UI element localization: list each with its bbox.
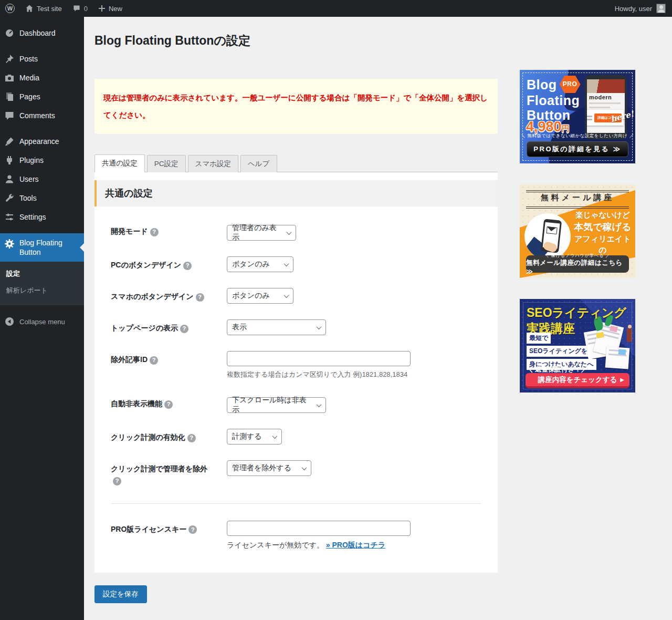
sidebar-item-plugins[interactable]: Plugins <box>0 151 84 170</box>
chevron-down-icon <box>284 261 289 266</box>
comments-icon <box>4 110 15 121</box>
price-amount: 4,980 <box>526 119 562 135</box>
sidebar-item-label: Appearance <box>19 137 59 146</box>
pc-button-design-select[interactable]: ボタンのみ <box>227 256 293 272</box>
select-value: 表示 <box>232 323 247 332</box>
double-rule <box>526 206 629 209</box>
tab-smartphone-settings[interactable]: スマホ設定 <box>188 155 238 172</box>
wordpress-logo-icon: W <box>5 4 15 13</box>
submenu-item-settings[interactable]: 設定 <box>0 265 84 282</box>
sidebar-item-label: Media <box>19 73 39 82</box>
collapse-arrow-icon <box>4 316 15 327</box>
text-line-placeholder <box>587 114 592 122</box>
site-name: Test site <box>37 5 62 13</box>
banner-mail-course-ad[interactable]: 無料メール講座 楽じゃないけど 本気で稼げる アフィリエイトの 始め方 ＼ 稼げ… <box>520 184 635 278</box>
new-content-button[interactable]: New <box>93 0 128 17</box>
home-icon <box>25 4 34 13</box>
pro-badge: PRO <box>560 76 581 93</box>
excluded-ids-help-text: 複数指定する場合はカンマ区切りで入力 例)1821,828,1834 <box>227 370 481 379</box>
tab-common-settings[interactable]: 共通の設定 <box>94 154 145 172</box>
settings-form: 開発モード? 管理者のみ表示 PCのボタンデザイン? ボタンのみ スマホのボタン… <box>94 206 498 558</box>
sidebar-item-blog-floating-button[interactable]: Blog Floating Button <box>0 233 84 262</box>
banner-pro-version-ad[interactable]: modern 詳細はコチラ BlogPRO Floating Button 4,… <box>520 70 635 163</box>
help-icon[interactable]: ? <box>164 400 173 409</box>
sidebar-item-users[interactable]: Users <box>0 170 84 189</box>
tab-help[interactable]: ヘルプ <box>240 155 277 172</box>
envelope-icon <box>546 226 557 234</box>
collapse-menu-button[interactable]: Collapse menu <box>0 312 84 332</box>
field-label-text: PCのボタンデザイン <box>111 261 181 269</box>
pro-version-link[interactable]: » PRO版はコチラ <box>326 541 385 549</box>
sidebar-item-label: Plugins <box>19 156 44 165</box>
plugin-submenu: 設定 解析レポート <box>0 262 84 305</box>
sidebar-item-settings[interactable]: Settings <box>0 208 84 226</box>
sidebar-item-appearance[interactable]: Appearance <box>0 132 84 151</box>
account-menu[interactable]: Howdy, user <box>608 4 672 13</box>
field-label-text: 開発モード <box>111 227 148 235</box>
double-rule <box>526 190 629 192</box>
field-label: クリック計測で管理者を除外 ? <box>111 460 214 487</box>
mail-course-details-button[interactable]: ＼ 稼げるノウハウが学べる ／ 無料メール講座の詳細はこちら ≫ <box>526 255 629 273</box>
price-unit: 円 <box>562 124 570 133</box>
comments-count: 0 <box>84 5 88 13</box>
sidebar-item-label: Pages <box>19 92 40 101</box>
banner-title: BlogPRO Floating Button <box>527 76 581 122</box>
help-icon[interactable]: ? <box>187 434 196 442</box>
banner-title-line: Blog <box>527 77 557 92</box>
banner-header: 無料メール講座 <box>520 193 635 203</box>
click-tracking-select[interactable]: 計測する <box>227 429 282 445</box>
select-value: 管理者を除外する <box>232 463 291 473</box>
save-settings-button[interactable]: 設定を保存 <box>94 585 147 603</box>
license-key-input[interactable] <box>227 521 411 536</box>
sidebar-item-media[interactable]: Media <box>0 68 84 87</box>
dev-mode-select[interactable]: 管理者のみ表示 <box>227 225 296 241</box>
help-icon[interactable]: ? <box>150 228 159 236</box>
sliders-icon <box>4 212 15 222</box>
cta-text: 講座内容をチェックする <box>538 375 617 385</box>
cta-text: 無料メール講座の詳細はこちら ≫ <box>526 259 629 275</box>
submenu-item-report[interactable]: 解析レポート <box>0 282 84 299</box>
form-row-excluded-post-ids: 除外記事ID? 複数指定する場合はカンマ区切りで入力 例)1821,828,18… <box>111 343 481 387</box>
auto-hide-select[interactable]: 下スクロール時は非表示 <box>227 397 326 413</box>
sidebar-item-dashboard[interactable]: Dashboard <box>0 24 84 43</box>
pro-details-button[interactable]: PRO版の詳細を見る ≫ <box>527 141 628 157</box>
site-name-link[interactable]: Test site <box>20 0 67 17</box>
sidebar-item-tools[interactable]: Tools <box>0 189 84 208</box>
plug-icon <box>4 155 15 166</box>
chevron-down-icon <box>302 465 307 470</box>
sidebar-item-posts[interactable]: Posts <box>0 49 84 68</box>
sidebar-item-label: Comments <box>19 111 55 120</box>
sidebar-item-comments[interactable]: Comments <box>0 106 84 125</box>
seo-course-check-button[interactable]: 講座内容をチェックする ▶ <box>526 373 629 388</box>
sidebar-item-label: Users <box>19 174 39 184</box>
text-line-placeholder <box>589 107 610 108</box>
sp-button-design-select[interactable]: ボタンのみ <box>227 288 293 304</box>
excluded-post-ids-input[interactable] <box>227 351 411 366</box>
help-icon[interactable]: ? <box>113 477 121 485</box>
top-page-display-select[interactable]: 表示 <box>227 319 326 335</box>
banner-seo-course-ad[interactable]: SEOライティング 実践講座 最短で SEOライティングを 身につけたいあなたへ… <box>520 299 635 392</box>
collapse-menu-label: Collapse menu <box>19 318 65 326</box>
settings-panel: 共通の設定 開発モード? 管理者のみ表示 PCのボタンデザイン? ボタンのみ ス… <box>94 172 498 573</box>
help-icon[interactable]: ? <box>183 262 192 270</box>
help-icon[interactable]: ? <box>196 293 204 302</box>
field-label: PCのボタンデザイン? <box>111 256 227 271</box>
wordpress-logo-menu[interactable]: W <box>0 0 20 17</box>
field-label-text: 除外記事ID <box>111 355 148 364</box>
chevron-down-icon <box>287 230 292 235</box>
comments-link[interactable]: 0 <box>67 0 93 17</box>
exclude-admin-select[interactable]: 管理者を除外する <box>227 460 311 476</box>
tab-pc-settings[interactable]: PC設定 <box>147 155 186 172</box>
field-label-text: クリック計測で管理者を除外 <box>111 464 207 473</box>
field-label: PRO版ライセンスキー? <box>111 521 227 535</box>
ad-rail: modern 詳細はコチラ BlogPRO Floating Button 4,… <box>520 70 635 414</box>
help-icon[interactable]: ? <box>188 525 197 534</box>
sidebar-item-label: Posts <box>19 54 38 64</box>
help-icon[interactable]: ? <box>180 325 188 333</box>
sidebar-item-pages[interactable]: Pages <box>0 87 84 106</box>
help-icon[interactable]: ? <box>150 356 158 365</box>
phone-mockup: modern 詳細はコチラ <box>585 75 627 139</box>
banner-title: SEOライティング 実践講座 <box>527 305 626 337</box>
screenshot-photo <box>587 79 625 93</box>
wrench-icon <box>4 193 15 203</box>
